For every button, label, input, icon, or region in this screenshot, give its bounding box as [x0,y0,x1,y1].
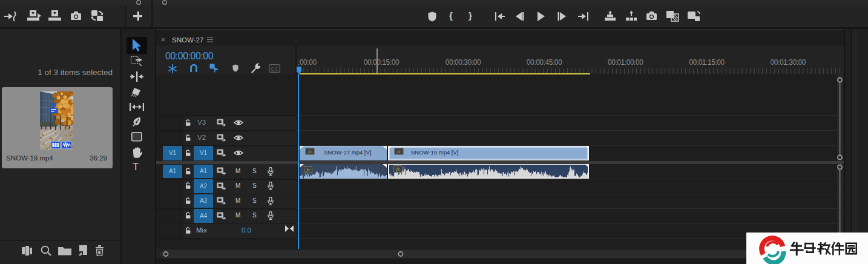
svg-text:fx: fx [396,167,400,172]
svg-text:CC: CC [271,66,278,72]
svg-text:fx: fx [308,149,312,154]
svg-text:fx: fx [306,167,310,173]
svg-text:fx: fx [397,149,401,154]
